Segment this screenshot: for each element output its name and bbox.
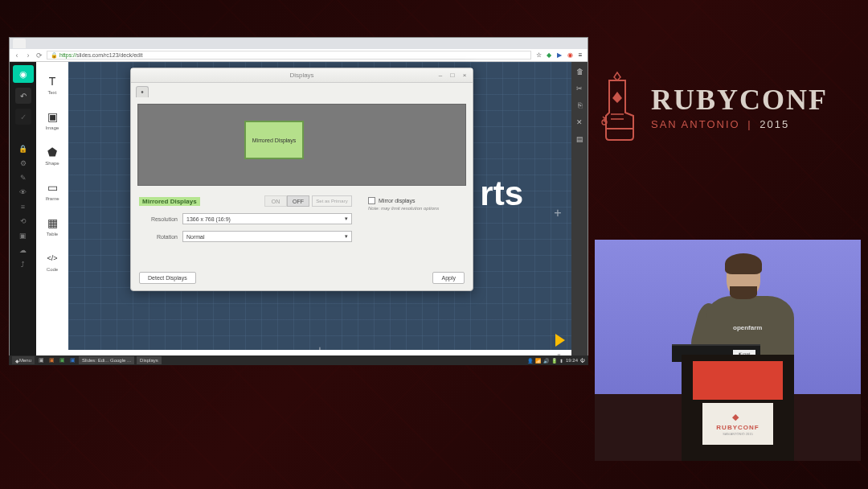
home-button[interactable]: ◉: [13, 65, 34, 83]
shape-label: Shape: [45, 161, 59, 166]
dialog-body: Mirrored Displays ON OFF Set as Primary …: [131, 192, 473, 245]
copy-icon[interactable]: ⎘: [575, 101, 584, 110]
browser-extension-icons: ☆ ◆ ▶ ◉ ≡: [534, 51, 584, 60]
menu-icon[interactable]: ≡: [576, 51, 584, 60]
redo-button[interactable]: ✓: [15, 109, 31, 125]
chevron-down-icon: ▾: [345, 233, 348, 240]
taskbar-menu[interactable]: ◆ Menu: [12, 356, 35, 364]
code-icon: </>: [45, 251, 59, 265]
power-icon[interactable]: ⏻: [580, 358, 585, 363]
lock-icon[interactable]: 🔒: [18, 144, 28, 154]
url-bar[interactable]: 🔒 https:// slides.com/rc123/deck/edit: [47, 51, 531, 60]
layers-icon[interactable]: ≡: [18, 202, 28, 212]
back-button[interactable]: ‹: [13, 51, 21, 60]
rotation-select[interactable]: Normal ▾: [182, 231, 352, 242]
editor-rightbar: 🗑 ✂ ⎘ ✕ ▤: [571, 62, 588, 364]
svg-marker-0: [614, 72, 620, 80]
shape-icon: ⬟: [45, 145, 59, 159]
code-tool[interactable]: </> Code: [38, 244, 67, 279]
display-preview[interactable]: Mirrored Displays: [137, 104, 466, 186]
mirror-note: Note: may limit resolution options: [368, 206, 465, 211]
browser-toolbar: ‹ › ⟳ 🔒 https:// slides.com/rc123/deck/e…: [10, 49, 588, 62]
iframe-tool[interactable]: ▭ Iframe: [38, 173, 67, 208]
minimize-button[interactable]: –: [436, 72, 445, 80]
slide-text-fragment: rts: [480, 175, 523, 213]
close-button[interactable]: ×: [460, 72, 469, 80]
text-tool[interactable]: T Text: [38, 67, 67, 102]
edit-icon[interactable]: ✎: [18, 173, 28, 183]
trash-icon[interactable]: 🗑: [575, 67, 584, 76]
mirror-checkbox[interactable]: [368, 197, 375, 204]
extension-icon-3[interactable]: ◉: [566, 51, 574, 60]
taskbar-time: 19:24: [566, 358, 578, 363]
forward-button[interactable]: ›: [24, 51, 32, 60]
toggle-on[interactable]: ON: [264, 195, 287, 207]
share-icon[interactable]: ⤴: [18, 260, 28, 269]
scissors-icon[interactable]: ✂: [575, 84, 584, 93]
user-icon[interactable]: 👤: [527, 358, 533, 364]
rotation-label: Rotation: [139, 234, 178, 240]
volume-icon[interactable]: 🔊: [543, 358, 549, 364]
image-tool[interactable]: ▣ Image: [38, 102, 67, 138]
dialog-tab-main[interactable]: •: [136, 86, 149, 97]
editor-leftbar: ◉ ↶ ✓ 🔒 ⚙ ✎ 👁 ≡ ⟲ ▣ ☁ ⤴ ≡: [10, 62, 36, 364]
table-icon: ▦: [45, 216, 59, 230]
network-icon[interactable]: ⬍: [559, 358, 563, 364]
gem-icon: ◆: [732, 412, 743, 423]
conference-subtitle: SAN ANTONIO | 2015: [651, 118, 828, 130]
extension-icon-2[interactable]: ▶: [555, 51, 563, 60]
taskbar-window-2[interactable]: Displays: [137, 356, 162, 364]
chevron-down-icon: ▾: [345, 216, 348, 222]
browser-tab[interactable]: [13, 39, 26, 48]
toggle-off[interactable]: OFF: [287, 195, 309, 207]
lock-icon: 🔒: [51, 52, 58, 59]
extension-icon-1[interactable]: ◆: [545, 51, 553, 60]
apply-button[interactable]: Apply: [432, 272, 465, 284]
shape-tool[interactable]: ⬟ Shape: [38, 138, 67, 173]
taskbar-app-4[interactable]: ▣: [68, 356, 76, 364]
dialog-titlebar[interactable]: Displays – □ ×: [131, 68, 473, 83]
set-primary-button[interactable]: Set as Primary: [312, 195, 352, 207]
display-settings-dialog: Displays – □ × • Mirrored Displays Mirro…: [130, 68, 473, 291]
taskbar-app-1[interactable]: ▣: [37, 356, 45, 364]
reload-button[interactable]: ⟳: [35, 51, 43, 60]
image-icon: ▣: [45, 109, 59, 124]
list-icon[interactable]: ▤: [575, 134, 584, 144]
conference-title: RUBYCONF: [651, 83, 828, 117]
star-icon[interactable]: ☆: [534, 51, 542, 60]
podium: ◆ RUBYCONF SAN ANTONIO 2015: [682, 355, 794, 461]
detect-displays-button[interactable]: Detect Displays: [139, 272, 196, 284]
boot-icon: [600, 66, 641, 146]
taskbar-app-2[interactable]: ▣: [47, 356, 55, 364]
text-icon: T: [45, 74, 59, 88]
monitor-thumbnail[interactable]: Mirrored Displays: [244, 121, 304, 159]
mirror-checkbox-label: Mirror displays: [379, 198, 416, 203]
taskbar-app-3[interactable]: ▣: [58, 356, 66, 364]
svg-marker-1: [612, 92, 622, 103]
url-prefix: https://: [59, 52, 76, 58]
gear-icon[interactable]: ⚙: [18, 158, 28, 168]
eye-icon[interactable]: 👁: [18, 187, 28, 197]
speaker-video: openfarm ◧ rust ◆ RUBYCONF SAN ANTONIO 2…: [595, 240, 861, 461]
add-slide-right[interactable]: +: [551, 206, 565, 220]
dialog-tabs: •: [131, 83, 473, 97]
arrange-icon[interactable]: ⟲: [18, 216, 28, 226]
cloud-icon[interactable]: ☁: [18, 245, 28, 255]
iframe-icon: ▭: [45, 180, 59, 195]
undo-button[interactable]: ↶: [15, 88, 31, 104]
dialog-title: Displays: [289, 72, 313, 79]
taskbar-window-1[interactable]: Slides: Edi... Google ...: [79, 356, 134, 364]
selected-display-label: Mirrored Displays: [139, 197, 200, 206]
crop-icon[interactable]: ✕: [575, 117, 584, 127]
insert-toolbar: T Text ▣ Image ⬟ Shape ▭ Iframe ▦ Table …: [36, 62, 68, 364]
wifi-icon[interactable]: 📶: [535, 358, 541, 364]
browser-tab-strip: [10, 38, 588, 49]
resolution-select[interactable]: 1366 x 768 (16:9) ▾: [182, 213, 352, 224]
play-button[interactable]: [555, 334, 565, 347]
image-label: Image: [46, 125, 59, 130]
taskbar: ◆ Menu ▣ ▣ ▣ ▣ Slides: Edi... Google ...…: [9, 355, 588, 365]
media-icon[interactable]: ▣: [18, 231, 28, 240]
battery-icon[interactable]: 🔋: [551, 358, 557, 364]
table-tool[interactable]: ▦ Table: [38, 208, 67, 244]
maximize-button[interactable]: □: [448, 72, 457, 80]
